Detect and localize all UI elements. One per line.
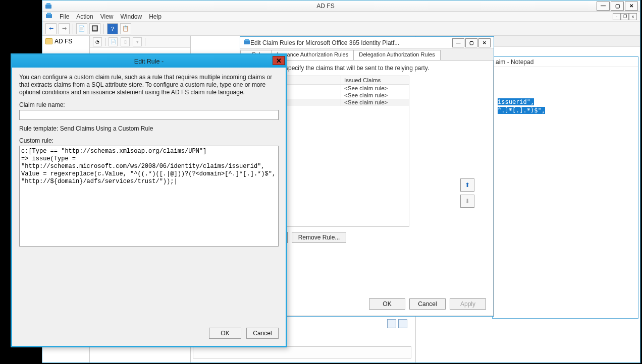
svg-rect-0: [45, 5, 51, 9]
adfs-app-icon: [44, 2, 52, 10]
remove-rule-button[interactable]: Remove Rule...: [292, 232, 347, 243]
notepad-window: aim - Notepad issuerid", ^.]*[.].*)$",: [492, 56, 638, 319]
mid-btn-4[interactable]: ▾: [133, 37, 142, 46]
menu-file[interactable]: File: [60, 13, 69, 20]
ok-button[interactable]: OK: [209, 328, 241, 339]
edit-rule-body: You can configure a custom claim rule, s…: [12, 68, 286, 322]
adfs-title: AD FS: [56, 3, 596, 10]
svg-rect-2: [46, 14, 52, 18]
mdi-restore[interactable]: ❐: [621, 13, 629, 20]
col-issued[interactable]: Issued Claims: [341, 76, 409, 84]
mdi-close[interactable]: x: [629, 13, 637, 20]
custom-rule-label: Custom rule:: [19, 137, 279, 144]
adfs-menu-icon: [45, 12, 52, 21]
cancel-button[interactable]: Cancel: [409, 298, 446, 310]
tab-delegation-auth[interactable]: Delegation Authorization Rules: [353, 50, 440, 60]
separator: [145, 38, 145, 46]
cell-issued: <See claim rule>: [341, 99, 409, 106]
cell-issued: <See claim rule>: [341, 92, 409, 99]
edit-rule-desc: You can configure a custom claim rule, s…: [19, 74, 279, 96]
status-bar: [193, 346, 411, 358]
claim-rules-titlebar: Edit Claim Rules for Microsoft Office 36…: [240, 37, 494, 49]
view-detail-icon[interactable]: [398, 319, 407, 328]
adfs-titlebar: AD FS — ▢ ✕: [42, 1, 640, 12]
custom-rule-textarea[interactable]: [19, 146, 279, 247]
svg-rect-4: [244, 40, 250, 44]
rule-order-arrows: ⬆ ⬇: [460, 178, 474, 208]
view-icons: [387, 319, 407, 328]
tree-root-label: AD FS: [55, 38, 72, 45]
menu-help[interactable]: Help: [149, 13, 162, 20]
notepad-selected-text-1: issuerid",: [498, 98, 534, 105]
claim-rules-footer: OK Cancel Apply: [369, 298, 486, 310]
claim-rule-name-label: Claim rule name:: [19, 101, 279, 108]
claim-rule-name-input[interactable]: [19, 110, 279, 120]
middle-toolbar: ◔ 📄 ▯ ▾: [90, 36, 190, 48]
edit-rule-footer: OK Cancel: [12, 322, 286, 346]
menu-action[interactable]: Action: [76, 13, 93, 20]
cr-close[interactable]: ✕: [478, 38, 491, 47]
separator: [105, 38, 105, 46]
edit-rule-title: Edit Rule -: [134, 58, 164, 65]
notepad-selected-text-2: ^.]*[.].*)$",: [498, 107, 545, 114]
maximize-button[interactable]: ▢: [611, 2, 624, 11]
svg-rect-1: [46, 3, 50, 5]
toolbar-separator: [73, 24, 73, 34]
toolbar-btn-2[interactable]: 🔲: [89, 23, 100, 34]
mid-btn-3[interactable]: ▯: [121, 37, 130, 46]
back-button[interactable]: ⬅: [45, 23, 57, 34]
claim-rules-title: Edit Claim Rules for Microsoft Office 36…: [250, 39, 451, 46]
forward-button[interactable]: ➡: [59, 23, 70, 34]
apply-button[interactable]: Apply: [450, 298, 486, 310]
view-list-icon[interactable]: [387, 319, 396, 328]
menu-window[interactable]: Window: [121, 13, 142, 20]
toolbar-btn-3[interactable]: 📋: [120, 23, 131, 34]
dialog-icon: [243, 38, 250, 47]
rule-template-label: Rule template: Send Claims Using a Custo…: [19, 125, 279, 132]
close-button[interactable]: ✕: [625, 2, 638, 11]
cr-maximize[interactable]: ▢: [465, 38, 477, 47]
folder-icon: [45, 38, 52, 44]
notepad-title: aim - Notepad: [493, 57, 638, 67]
mdi-minimize[interactable]: -: [613, 13, 621, 20]
toolbar-separator: [103, 24, 104, 34]
toolbar-btn-1[interactable]: 📄: [76, 23, 87, 34]
cancel-button[interactable]: Cancel: [246, 328, 279, 339]
ok-button[interactable]: OK: [369, 298, 405, 310]
tree-root-adfs[interactable]: AD FS: [42, 37, 89, 46]
adfs-menubar: File Action View Window Help - ❐ x: [42, 12, 640, 22]
notepad-body[interactable]: issuerid", ^.]*[.].*)$",: [493, 67, 638, 120]
mid-btn-1[interactable]: ◔: [93, 37, 102, 46]
close-button[interactable]: ✕: [273, 56, 285, 65]
mid-btn-2[interactable]: 📄: [109, 37, 118, 46]
cr-minimize[interactable]: —: [452, 38, 464, 47]
help-toolbar-button[interactable]: ?: [107, 23, 118, 34]
mdi-buttons: - ❐ x: [613, 13, 637, 20]
svg-rect-5: [245, 39, 249, 41]
move-up-button[interactable]: ⬆: [460, 178, 474, 192]
menu-view[interactable]: View: [100, 13, 114, 20]
edit-rule-dialog: Edit Rule - ✕ You can configure a custom…: [11, 53, 287, 347]
minimize-button[interactable]: —: [597, 2, 610, 11]
cell-issued: <See claim rule>: [341, 85, 409, 92]
svg-rect-3: [47, 13, 51, 15]
move-down-button[interactable]: ⬇: [460, 195, 474, 208]
edit-rule-titlebar: Edit Rule - ✕: [12, 55, 286, 68]
adfs-toolbar: ⬅ ➡ 📄 🔲 ? 📋: [42, 22, 640, 36]
